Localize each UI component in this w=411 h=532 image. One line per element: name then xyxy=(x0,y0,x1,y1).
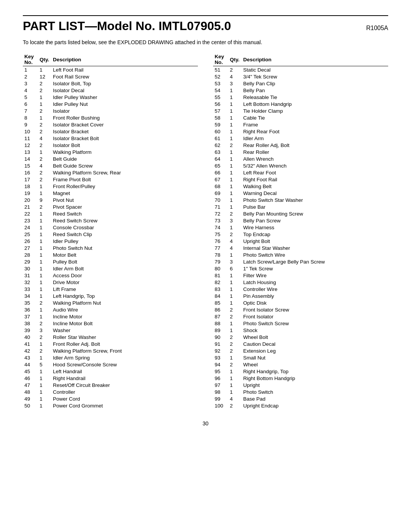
table-row: 39 3 Washer xyxy=(23,327,198,334)
qty-cell: 2 xyxy=(38,169,51,176)
qty-cell: 1 xyxy=(228,279,242,286)
page-number: 30 xyxy=(23,420,388,427)
table-row: 73 3 Belly Pan Screw xyxy=(213,217,388,224)
desc-cell: Pulley Bolt xyxy=(51,258,198,265)
desc-cell: Console Crossbar xyxy=(51,224,198,231)
desc-cell: Isolator Bolt xyxy=(51,142,198,149)
key-no-cell: 96 xyxy=(213,375,228,382)
qty-cell: 1 xyxy=(228,354,242,361)
desc-cell: Controller Wire xyxy=(242,286,388,292)
key-no-cell: 36 xyxy=(23,306,38,313)
table-row: 68 1 Walking Belt xyxy=(213,183,388,190)
page-title: PART LIST—Model No. IMTL07905.0 xyxy=(23,19,231,33)
key-no-cell: 65 xyxy=(213,162,228,169)
qty-cell: 1 xyxy=(228,272,242,279)
title-row: PART LIST—Model No. IMTL07905.0 R1005A xyxy=(23,19,388,33)
qty-header: Qty. xyxy=(38,53,51,66)
qty-cell: 1 xyxy=(38,313,51,320)
qty-cell: 1 xyxy=(38,368,51,375)
key-no-cell: 72 xyxy=(213,210,228,217)
qty-cell: 2 xyxy=(228,361,242,368)
qty-cell: 3 xyxy=(228,217,242,224)
desc-cell: Idler Pulley xyxy=(51,238,198,244)
qty-cell: 5 xyxy=(38,361,51,368)
desc-cell: Magnet xyxy=(51,190,198,197)
qty-cell: 1 xyxy=(38,258,51,265)
desc-cell: Pivot Spacer xyxy=(51,203,198,210)
qty-cell: 2 xyxy=(228,340,242,347)
desc-cell: Walking Platform Nut xyxy=(51,299,198,306)
desc-cell: Isolator Bolt, Top xyxy=(51,80,198,87)
desc-cell: Reed Switch Clip xyxy=(51,231,198,238)
key-no-cell: 80 xyxy=(213,265,228,272)
table-row: 22 1 Reed Switch xyxy=(23,210,198,217)
key-no-cell: 18 xyxy=(23,183,38,190)
key-no-cell: 7 xyxy=(23,107,38,114)
desc-cell: Belly Pan Mounting Screw xyxy=(242,210,388,217)
table-row: 51 2 Static Decal xyxy=(213,66,388,73)
key-no-header-right: Key No. xyxy=(213,53,228,66)
qty-cell: 2 xyxy=(38,203,51,210)
table-row: 10 2 Isolator Bracket xyxy=(23,128,198,135)
table-row: 16 2 Walking Platform Screw, Rear xyxy=(23,169,198,176)
desc-cell: Front Isolator xyxy=(242,313,388,320)
table-row: 23 1 Reed Switch Screw xyxy=(23,217,198,224)
left-parts-table: Key No. Qty. Description 1 1 Left Foot R… xyxy=(23,53,198,409)
desc-cell: Isolator Bracket Bolt xyxy=(51,135,198,142)
table-row: 57 1 Tie Holder Clamp xyxy=(213,107,388,114)
desc-cell: Front Roller Bushing xyxy=(51,114,198,121)
qty-cell: 2 xyxy=(228,313,242,320)
desc-cell: 1" Tek Screw xyxy=(242,265,388,272)
key-no-cell: 34 xyxy=(23,292,38,299)
desc-header: Description xyxy=(51,53,198,66)
table-row: 15 4 Belt Guide Screw xyxy=(23,162,198,169)
qty-cell: 1 xyxy=(38,224,51,231)
key-no-cell: 3 xyxy=(23,80,38,87)
desc-cell: Upright Bolt xyxy=(242,238,388,244)
left-column: Key No. Qty. Description 1 1 Left Foot R… xyxy=(23,53,198,409)
desc-cell: Idler Arm Spring xyxy=(51,354,198,361)
desc-cell: Shock xyxy=(242,327,388,334)
desc-cell: Right Handrail xyxy=(51,375,198,382)
qty-cell: 2 xyxy=(228,306,242,313)
qty-cell: 1 xyxy=(38,382,51,388)
table-row: 26 1 Idler Pulley xyxy=(23,238,198,244)
qty-cell: 4 xyxy=(38,135,51,142)
qty-cell: 1 xyxy=(228,286,242,292)
table-row: 63 1 Rear Roller xyxy=(213,149,388,155)
qty-cell: 2 xyxy=(38,155,51,162)
table-row: 45 1 Left Handrail xyxy=(23,368,198,375)
desc-cell: Tie Holder Clamp xyxy=(242,107,388,114)
qty-cell: 1 xyxy=(228,299,242,306)
qty-cell: 1 xyxy=(228,190,242,197)
header-divider xyxy=(23,15,388,16)
key-no-cell: 40 xyxy=(23,334,38,340)
desc-cell: Drive Motor xyxy=(51,279,198,286)
key-no-cell: 87 xyxy=(213,313,228,320)
table-row: 35 2 Walking Platform Nut xyxy=(23,299,198,306)
table-row: 49 1 Power Cord xyxy=(23,395,198,402)
key-no-cell: 95 xyxy=(213,368,228,375)
right-column: Key No. Qty. Description 51 2 Static Dec… xyxy=(213,53,388,409)
key-no-cell: 27 xyxy=(23,244,38,251)
table-row: 96 1 Right Bottom Handgrip xyxy=(213,375,388,382)
desc-cell: Latch Screw/Large Belly Pan Screw xyxy=(242,258,388,265)
table-row: 88 1 Photo Switch Screw xyxy=(213,320,388,327)
subtitle-text: To locate the parts listed below, see th… xyxy=(23,39,388,45)
key-no-cell: 32 xyxy=(23,279,38,286)
desc-cell: Right Handgrip, Top xyxy=(242,368,388,375)
table-row: 37 1 Incline Motor xyxy=(23,313,198,320)
qty-header-right: Qty. xyxy=(228,53,242,66)
desc-cell: Hood Screw/Console Screw xyxy=(51,361,198,368)
table-row: 48 1 Controller xyxy=(23,388,198,395)
table-row: 42 2 Walking Platform Screw, Front xyxy=(23,347,198,354)
table-row: 1 1 Left Foot Rail xyxy=(23,66,198,73)
table-row: 52 4 3/4" Tek Screw xyxy=(213,73,388,80)
qty-cell: 2 xyxy=(228,347,242,354)
key-no-header: Key No. xyxy=(23,53,38,66)
desc-cell: Caution Decal xyxy=(242,340,388,347)
desc-cell: Isolator xyxy=(51,107,198,114)
table-row: 89 1 Shock xyxy=(213,327,388,334)
key-no-cell: 82 xyxy=(213,279,228,286)
key-no-cell: 21 xyxy=(23,203,38,210)
